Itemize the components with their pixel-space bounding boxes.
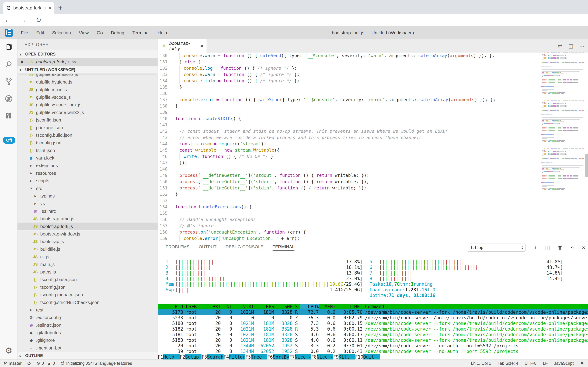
file-tree-item[interactable]: ▸typings (17, 192, 157, 200)
menu-file[interactable]: File (17, 30, 32, 35)
file-tree-item[interactable]: JSgulpfile.mixin.js (17, 86, 157, 93)
file-tree-item[interactable]: {}tsconfig.base.json (17, 276, 157, 283)
file-tree-item[interactable]: JSgulpfile.vscode.win32.js (17, 109, 157, 116)
htop-fkey[interactable]: F10Quit (355, 354, 380, 359)
bell-icon[interactable] (580, 361, 585, 366)
file-tree-item[interactable]: ◈.gitattributes (17, 329, 157, 336)
file-tree-item[interactable]: JSbootstrap-fork.js (17, 223, 157, 230)
menu-terminal[interactable]: Terminal (128, 30, 154, 35)
htop-fkey[interactable]: F2Setup (180, 354, 201, 359)
file-tree-item[interactable]: JSmain.js (17, 260, 157, 268)
file-tree-item[interactable]: ▾src (17, 184, 157, 192)
file-tree-item[interactable]: JSbootstrap.js (17, 238, 157, 245)
file-tree-item[interactable]: ▸test (17, 306, 157, 314)
htop-fkey[interactable]: F4Filter (224, 354, 245, 359)
menu-view[interactable]: View (75, 30, 93, 35)
sync-item[interactable] (27, 361, 31, 366)
file-tree-item[interactable]: {}tsconfig.json (17, 284, 157, 291)
file-tree-item[interactable]: JSgulpfile.hygiene.js (17, 78, 157, 86)
status-item[interactable]: UTF-8 (525, 361, 537, 366)
file-tree-item[interactable]: {}tslint.json (17, 147, 157, 154)
debug-disabled-icon[interactable] (5, 95, 13, 103)
editor-tab[interactable]: JS bootstrap-fork.js × (158, 39, 207, 52)
file-tree-item[interactable]: ⚙.editorconfig (17, 314, 157, 321)
telemetry-off-badge[interactable]: Off (3, 137, 15, 144)
file-tree-item[interactable]: JSbootstrap-amd.js (17, 215, 157, 223)
htop-fkey[interactable]: F7Nice - (289, 354, 311, 359)
new-terminal-icon[interactable]: ＋ (532, 245, 538, 250)
file-tree-item[interactable]: ▸extensions (17, 162, 157, 169)
explorer-icon[interactable] (5, 43, 13, 51)
file-tree-item[interactable]: JSbuildfile.js (17, 245, 157, 253)
file-tree-item[interactable]: {}package.json (17, 124, 157, 131)
new-tab-button[interactable]: + (58, 4, 63, 12)
file-tree-item[interactable]: JSbootstrap-window.js (17, 230, 157, 238)
kill-terminal-icon[interactable] (557, 245, 563, 250)
htop-fkey[interactable]: F9Kill (333, 354, 355, 359)
browser-tab[interactable]: bootstrap-fork.js — Untitled (W × (3, 2, 54, 14)
file-tree-item[interactable]: ▸scripts (17, 177, 157, 184)
menu-go[interactable]: Go (93, 30, 107, 35)
file-tree-item[interactable]: {}tsconfig.monaco.json (17, 291, 157, 299)
tab-close-icon[interactable]: × (48, 5, 51, 10)
editor-scrollbar[interactable] (585, 154, 588, 177)
open-editor-item[interactable]: × JS bootstrap-fork.js src (17, 58, 157, 66)
git-branch-item[interactable]: master (3, 361, 22, 366)
section-open-editors[interactable]: ▾ OPEN EDITORS (17, 50, 157, 58)
file-tree-item[interactable]: ◉.eslintrc (17, 208, 157, 215)
more-actions-icon[interactable]: ⋯ (579, 43, 585, 49)
file-tree-item[interactable]: {}jsconfig.json (17, 116, 157, 124)
minimap[interactable] (538, 52, 584, 242)
extensions-icon[interactable] (5, 112, 13, 120)
htop-fkey[interactable]: F8Nice + (311, 354, 333, 359)
menu-selection[interactable]: Selection (48, 30, 75, 35)
settings-gear-icon[interactable]: ⚙ (5, 347, 12, 355)
htop-fkey[interactable]: F5Tree (245, 354, 267, 359)
split-editor-icon[interactable]: ◫ (568, 43, 573, 49)
panel-tab-output[interactable]: OUTPUT (199, 244, 216, 251)
terminal[interactable]: 1[|||||||||||||17.8%]2[||||||||||||16.1%… (158, 253, 588, 359)
section-workspace[interactable]: ▾ UNTITLED (WORKSPACE) (17, 66, 157, 74)
terminal-select[interactable]: 1: htop ▴▾ (468, 243, 525, 252)
file-tree[interactable]: JSgulpfile.extensions.jsJSgulpfile.hygie… (17, 74, 157, 352)
htop-fkey[interactable]: F6SortBy (267, 354, 289, 359)
file-tree-item[interactable]: ▸resources (17, 169, 157, 177)
file-tree-item[interactable]: JSgulpfile.vscode.js (17, 93, 157, 101)
file-tree-item[interactable]: ◈.gitignore (17, 336, 157, 344)
file-tree-item[interactable]: ≡.mention-bot (17, 344, 157, 352)
code-lines[interactable]: 130console.warn = function () { safeSend… (158, 52, 538, 242)
status-item[interactable]: LF (543, 361, 548, 366)
panel-tab-terminal[interactable]: TERMINAL (273, 244, 294, 251)
file-tree-item[interactable]: yarn.lock (17, 154, 157, 162)
language-status-item[interactable]: Initializing JS/TS language features (60, 361, 132, 366)
close-panel-icon[interactable]: × (582, 245, 585, 250)
tab-close-icon[interactable]: × (200, 43, 203, 49)
status-item[interactable]: Ln 1, Col 1 (471, 361, 491, 366)
search-icon[interactable] (5, 60, 13, 68)
maximize-panel-icon[interactable] (570, 245, 575, 250)
panel-tab-problems[interactable]: PROBLEMS (166, 244, 190, 251)
source-control-icon[interactable] (5, 78, 13, 86)
status-item[interactable]: Tab Size: 4 (497, 361, 518, 366)
split-terminal-icon[interactable]: ◫ (545, 245, 550, 250)
file-tree-item[interactable]: {}tsconfig.strictNullChecks.json (17, 299, 157, 306)
section-outline[interactable]: ▸ OUTLINE (17, 352, 157, 359)
reload-icon[interactable]: ↻ (31, 16, 46, 24)
file-tree-item[interactable]: ◉.eslintrc.json (17, 321, 157, 329)
menu-debug[interactable]: Debug (107, 30, 128, 35)
file-tree-item[interactable]: {}tsconfig.build.json (17, 132, 157, 139)
problems-item[interactable]: ⊘ 0 ▲ 0 (37, 361, 55, 366)
panel-tab-debug-console[interactable]: DEBUG CONSOLE (226, 244, 264, 251)
menu-help[interactable]: Help (154, 30, 171, 35)
menu-edit[interactable]: Edit (32, 30, 48, 35)
htop-fkey[interactable]: F3Search (201, 354, 223, 359)
file-tree-item[interactable]: JSgulpfile.vscode.linux.js (17, 101, 157, 108)
file-tree-item[interactable]: JScli.js (17, 253, 157, 260)
file-tree-item[interactable]: JSpaths.js (17, 268, 157, 276)
htop-fkey[interactable]: F1Help (158, 354, 180, 359)
status-item[interactable]: JavaScript (554, 361, 574, 366)
close-icon[interactable]: × (20, 59, 25, 65)
file-tree-item[interactable]: JSgulpfile.extensions.js (17, 74, 157, 78)
forward-icon[interactable]: → (15, 16, 31, 24)
file-tree-item[interactable]: {}tsconfig.json (17, 139, 157, 147)
